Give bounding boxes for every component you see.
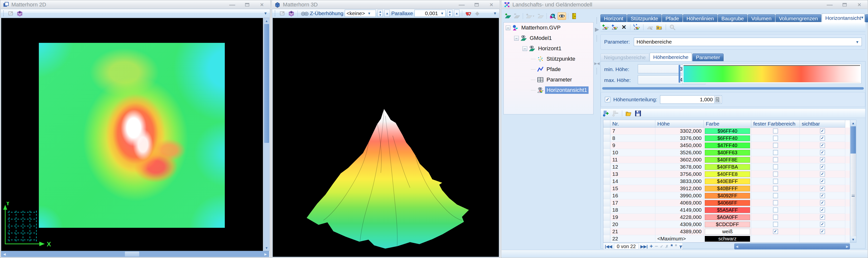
nav-refresh-button[interactable]: * [671, 243, 673, 250]
checked-checkbox[interactable]: ✓ [773, 229, 778, 234]
cell-farbe[interactable]: $40BFFF [704, 185, 751, 192]
parallax-increase-button[interactable]: ▲ [454, 10, 460, 17]
remove-horizon-button[interactable] [537, 12, 545, 20]
cell-nr[interactable]: 17 [610, 199, 655, 206]
cell-nr[interactable]: 15 [610, 185, 655, 192]
close-button[interactable]: × [487, 2, 496, 8]
tab-pfade[interactable]: Pfade [662, 15, 683, 22]
cell-hoehe[interactable]: 4228,000 [655, 214, 704, 221]
cell-farbe[interactable]: $A0A0FF [704, 214, 751, 221]
add-range-button[interactable] [602, 110, 610, 117]
panel-splitter[interactable]: ▶ ▶◀ [594, 10, 600, 257]
export-view-button[interactable] [655, 24, 663, 31]
open-palette-button[interactable] [625, 110, 632, 117]
cell-hoehe[interactable]: 3376,000 [655, 135, 704, 142]
cell-nr[interactable]: 22 [610, 235, 655, 242]
cell-fester-farbbereich[interactable] [751, 178, 800, 185]
stereo-glasses-icon[interactable]: ◎◎ [300, 10, 308, 17]
unchecked-checkbox[interactable] [773, 222, 778, 227]
cell-sichtbar[interactable]: ✓ [800, 221, 845, 228]
cell-farbe[interactable]: $47FF40 [704, 142, 751, 149]
tree-item-st-tzpunkte[interactable]: Stützpunkte [504, 54, 593, 64]
minimize-button[interactable]: — [228, 2, 237, 8]
cell-sichtbar[interactable]: ✓ [800, 192, 845, 199]
column-header[interactable]: Farbe [704, 120, 751, 127]
table-vertical-scrollbar[interactable]: ▲ ▼ [850, 120, 857, 242]
row-selector[interactable] [603, 127, 610, 135]
add-model-button[interactable] [504, 12, 512, 20]
checked-checkbox[interactable]: ✓ [820, 164, 825, 169]
checked-checkbox[interactable]: ✓ [820, 193, 825, 198]
row-selector[interactable] [603, 142, 610, 149]
cell-hoehe[interactable]: 4069,000 [655, 199, 704, 206]
toolbar-overflow-arrow[interactable]: ▼ [493, 11, 498, 16]
cell-nr[interactable]: 11 [610, 156, 655, 164]
cell-nr[interactable]: 9 [610, 142, 655, 149]
nav-first-button[interactable]: |◀◀ [605, 244, 612, 249]
toolbar-grip[interactable] [275, 10, 276, 16]
cell-hoehe[interactable]: 3450,000 [655, 142, 704, 149]
cell-farbe[interactable]: $40FF8E [704, 156, 751, 164]
cell-farbe[interactable]: $5A5AFF [704, 206, 751, 214]
cell-nr[interactable]: 18 [610, 206, 655, 214]
row-selector[interactable] [603, 135, 610, 142]
cell-sichtbar[interactable]: ✓ [800, 214, 845, 221]
anaglyph-button[interactable] [465, 10, 472, 17]
nav-bookmark-button[interactable]: * [675, 243, 677, 250]
unchecked-checkbox[interactable] [773, 215, 778, 220]
cell-nr[interactable]: 19 [610, 214, 655, 221]
cell-fester-farbbereich[interactable] [751, 156, 800, 164]
unchecked-checkbox[interactable] [773, 186, 778, 191]
row-selector[interactable] [603, 206, 610, 214]
cell-nr[interactable]: 7 [610, 127, 655, 135]
add-view-button[interactable] [601, 24, 609, 31]
column-header[interactable]: Nr. [610, 120, 655, 127]
close-button[interactable]: × [258, 2, 266, 8]
nav-filter-button[interactable] [679, 245, 681, 248]
maximize-button[interactable] [472, 2, 481, 8]
cell-nr[interactable]: 14 [610, 178, 655, 185]
cell-farbe[interactable]: $40EBFF [704, 178, 751, 185]
cell-nr[interactable]: 8 [610, 135, 655, 142]
z-exaggeration-spinner[interactable]: ▲▼ [377, 10, 383, 17]
unchecked-checkbox[interactable] [773, 200, 778, 205]
search-button[interactable] [669, 24, 676, 31]
minimize-button[interactable]: — [458, 2, 466, 8]
viewport-3d[interactable] [273, 18, 499, 257]
tree-item-parameter[interactable]: Parameter [504, 75, 593, 85]
cell-farbe[interactable]: $CDCDFF [704, 221, 751, 228]
checked-checkbox[interactable]: ✓ [820, 179, 825, 184]
nav-cancel-button[interactable]: ✗ [665, 244, 669, 249]
cell-sichtbar[interactable]: ✓ [800, 199, 845, 206]
parallax-spinner[interactable]: ▲▼ [447, 10, 453, 17]
checked-checkbox[interactable]: ✓ [820, 215, 825, 220]
cell-fester-farbbereich[interactable] [751, 199, 800, 206]
nav-last-button[interactable]: ▶▶| [641, 244, 648, 249]
cell-fester-farbbereich[interactable] [751, 221, 800, 228]
tab-stützpunkte[interactable]: Stützpunkte [627, 15, 661, 22]
cell-hoehe[interactable]: 4309,000 [655, 221, 704, 228]
cell-sichtbar[interactable]: ✓ [800, 185, 845, 192]
tree-item-pfade[interactable]: Pfade [504, 64, 593, 75]
unchecked-checkbox[interactable] [773, 128, 778, 134]
cell-nr[interactable]: 13 [610, 171, 655, 178]
cell-hoehe[interactable]: 3526,000 [655, 149, 704, 156]
cell-hoehe[interactable]: 4149,000 [655, 206, 704, 214]
minimize-button[interactable]: — [826, 2, 834, 8]
layers-button[interactable] [288, 10, 295, 17]
checked-checkbox[interactable]: ✓ [820, 186, 825, 191]
column-header[interactable]: fester Farbbereich [751, 120, 800, 127]
row-selector[interactable] [603, 156, 610, 164]
row-selector[interactable] [603, 192, 610, 199]
cell-farbe[interactable]: $96FF40 [704, 127, 751, 135]
cell-sichtbar[interactable]: ✓ [800, 135, 845, 142]
checked-checkbox[interactable]: ✓ [820, 128, 825, 134]
unchecked-checkbox[interactable] [773, 172, 778, 176]
parallax-input[interactable]: 0,001▼ [414, 10, 445, 17]
nav-post-button[interactable]: ✓ [660, 244, 663, 249]
cell-sichtbar[interactable]: ✓ [800, 171, 845, 178]
row-selector[interactable] [603, 185, 610, 192]
cell-fester-farbbereich[interactable] [751, 214, 800, 221]
tab-horizont[interactable]: Horizont [600, 15, 627, 22]
horizontal-scrollbar-2d[interactable]: ◀ ▶ [1, 251, 269, 257]
